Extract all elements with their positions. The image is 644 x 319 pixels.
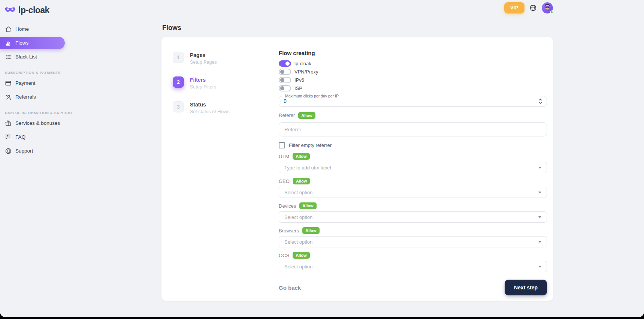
sidebar-item-label: Home xyxy=(15,26,29,32)
avatar[interactable] xyxy=(542,2,553,13)
form-actions: Go back Next step xyxy=(279,280,547,295)
sidebar-nav: Home Flows Black List SUBSCRIPTION & PAY… xyxy=(0,19,65,157)
faq-icon: ?! xyxy=(5,134,12,141)
geo-label-row: GEO Allow xyxy=(279,178,547,184)
sidebar-item-label: Black List xyxy=(15,54,37,60)
next-step-button[interactable]: Next step xyxy=(505,280,547,295)
step-number: 3 xyxy=(173,101,184,112)
step-number: 1 xyxy=(173,52,184,63)
step-pages[interactable]: 1 Pages Setup Pages xyxy=(173,52,267,65)
referer-label: Referer xyxy=(279,112,295,118)
sidebar-section-header: USEFUL INFORMATION & SUPPORT xyxy=(5,111,65,115)
step-filters[interactable]: 2 Filters Setup Filters xyxy=(173,76,267,90)
page-title: Flows xyxy=(161,21,553,37)
number-stepper[interactable] xyxy=(538,98,543,104)
gift-icon xyxy=(5,120,12,127)
browsers-select[interactable]: Select option xyxy=(279,236,547,247)
utm-label-row: UTM Allow xyxy=(279,153,547,160)
sidebar-item-support[interactable]: Support xyxy=(0,145,65,157)
sidebar-item-home[interactable]: Home xyxy=(0,23,65,35)
step-subtitle: Set status of Flows xyxy=(190,109,230,114)
home-icon xyxy=(5,26,12,33)
flows-icon xyxy=(5,40,12,46)
toggle-label: ISP xyxy=(294,85,302,91)
sidebar-item-label: FAQ xyxy=(15,134,25,140)
referer-allow-badge[interactable]: Allow xyxy=(298,112,315,119)
flow-card: 1 Pages Setup Pages 2 Filters Setup Filt… xyxy=(161,37,553,301)
app-window: lp-cloak Home Flows Black List xyxy=(0,0,644,317)
max-clicks-input[interactable] xyxy=(284,98,538,104)
sidebar-item-black-list[interactable]: Black List xyxy=(0,51,65,63)
toggle-row-lp-cloak: lp-cloak xyxy=(279,60,547,67)
select-placeholder: Select option xyxy=(284,239,538,245)
sidebar-item-payment[interactable]: Payment xyxy=(0,77,65,89)
globe-icon[interactable] xyxy=(529,4,537,12)
devices-allow-badge[interactable]: Allow xyxy=(299,202,316,209)
svg-text:?!: ?! xyxy=(7,135,9,138)
checkbox-label: Filter empty referrer xyxy=(289,142,332,148)
step-status[interactable]: 3 Status Set status of Flows xyxy=(173,101,267,114)
referer-label-row: Referer Allow xyxy=(279,112,547,119)
select-placeholder: Type to add utm label xyxy=(284,165,538,171)
step-subtitle: Setup Pages xyxy=(190,60,217,65)
geo-allow-badge[interactable]: Allow xyxy=(293,178,310,184)
stepper: 1 Pages Setup Pages 2 Filters Setup Filt… xyxy=(161,37,267,301)
ocs-select[interactable]: Select option xyxy=(279,261,547,272)
referer-input[interactable] xyxy=(279,122,547,136)
chevron-down-icon xyxy=(538,241,541,243)
sidebar-item-label: Payment xyxy=(15,80,35,86)
topbar: VIP xyxy=(504,2,553,13)
utm-allow-badge[interactable]: Allow xyxy=(293,153,309,160)
lp-cloak-toggle[interactable] xyxy=(279,60,291,67)
devices-label: Devices xyxy=(279,203,296,209)
toggle-label: VPN/Proxy xyxy=(294,69,318,75)
geo-label: GEO xyxy=(279,178,290,184)
max-clicks-label: Maximum clicks per day per IP xyxy=(284,94,340,98)
utm-label: UTM xyxy=(279,154,289,159)
sidebar-item-label: Flows xyxy=(15,40,28,46)
select-placeholder: Select option xyxy=(284,264,538,270)
select-placeholder: Select option xyxy=(284,214,538,220)
browsers-allow-badge[interactable]: Allow xyxy=(302,227,319,234)
sidebar-item-flows[interactable]: Flows xyxy=(0,37,65,49)
list-icon xyxy=(5,54,12,60)
sidebar-item-label: Services & bonuses xyxy=(15,120,60,126)
chevron-down-icon xyxy=(538,192,541,193)
step-title: Filters xyxy=(190,76,216,83)
sidebar-section-header: SUBSCRIPTION & PAYMENTS xyxy=(5,70,65,75)
sidebar: lp-cloak Home Flows Black List xyxy=(0,0,65,317)
ipv6-toggle[interactable] xyxy=(279,77,291,83)
browsers-label: Browsers xyxy=(279,228,299,234)
filter-empty-referrer-checkbox[interactable] xyxy=(279,142,285,148)
toggle-label: IPv6 xyxy=(294,77,304,83)
brand-logo[interactable]: lp-cloak xyxy=(0,0,65,19)
devices-select[interactable]: Select option xyxy=(279,211,547,223)
sidebar-item-faq[interactable]: ?! FAQ xyxy=(0,131,65,143)
toggle-row-isp: ISP xyxy=(279,85,547,91)
credit-card-icon xyxy=(5,80,12,87)
brand-name: lp-cloak xyxy=(18,5,49,15)
form-title: Flow creating xyxy=(279,50,547,56)
devices-label-row: Devices Allow xyxy=(279,202,547,209)
sidebar-item-services-bonuses[interactable]: Services & bonuses xyxy=(0,117,65,129)
utm-select[interactable]: Type to add utm label xyxy=(279,162,547,173)
vpn-proxy-toggle[interactable] xyxy=(279,69,291,75)
vip-button[interactable]: VIP xyxy=(504,2,524,13)
main-content: Flows 1 Pages Setup Pages 2 Filters Setu… xyxy=(161,21,553,301)
lifebuoy-icon xyxy=(5,148,12,154)
toggle-row-vpn-proxy: VPN/Proxy xyxy=(279,68,547,75)
step-number: 2 xyxy=(173,76,184,88)
step-subtitle: Setup Filters xyxy=(190,84,216,90)
mask-icon xyxy=(4,6,16,15)
max-clicks-field: Maximum clicks per day per IP xyxy=(279,94,547,107)
select-placeholder: Select option xyxy=(284,190,538,195)
isp-toggle[interactable] xyxy=(279,85,291,91)
ocs-allow-badge[interactable]: Allow xyxy=(293,252,309,259)
toggle-label: lp-cloak xyxy=(294,61,311,66)
sidebar-item-label: Referrals xyxy=(15,94,36,100)
chevron-down-icon xyxy=(538,167,541,169)
sidebar-item-referrals[interactable]: Referrals xyxy=(0,91,65,103)
go-back-button[interactable]: Go back xyxy=(279,285,301,291)
geo-select[interactable]: Select option xyxy=(279,187,547,198)
sidebar-item-label: Support xyxy=(15,148,33,154)
